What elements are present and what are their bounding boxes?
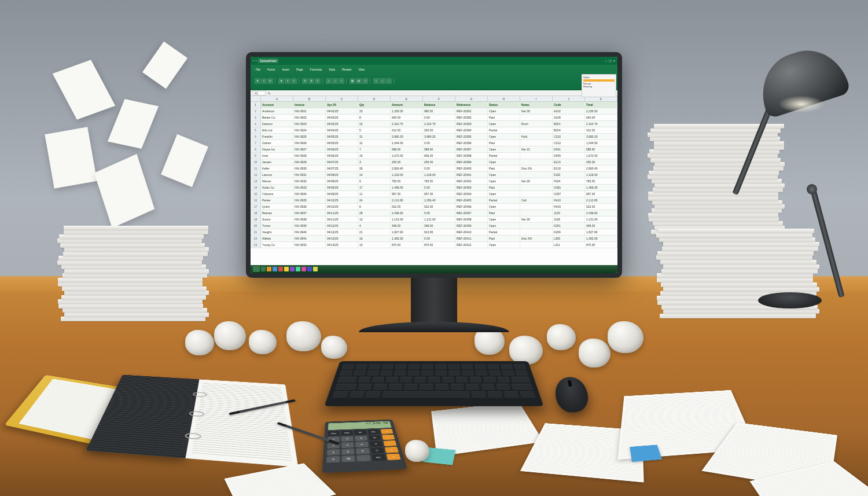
cell[interactable]: 04/13/25: [326, 242, 358, 248]
cell[interactable]: 04/08/25: [326, 172, 358, 178]
cell[interactable]: Amount: [391, 102, 423, 108]
cell[interactable]: 26: [358, 166, 391, 171]
keyboard-key[interactable]: [435, 370, 447, 376]
taskbar-app-icon[interactable]: [284, 267, 289, 271]
cell[interactable]: 588.90: [391, 146, 423, 152]
keyboard-key[interactable]: [367, 370, 380, 376]
keyboard-key[interactable]: [428, 377, 440, 383]
cell[interactable]: 836.00: [423, 153, 455, 159]
keyboard-key[interactable]: [334, 384, 356, 390]
calculator-key[interactable]: M-: [354, 430, 366, 435]
cell[interactable]: INV-3935: [293, 197, 326, 203]
minimize-icon[interactable]: –: [605, 59, 607, 63]
keyboard-key[interactable]: [357, 384, 372, 390]
cell[interactable]: 255.00: [423, 159, 455, 165]
cell[interactable]: 0.00: [423, 166, 455, 171]
cell[interactable]: INV-3928: [293, 153, 326, 159]
cell[interactable]: REF-20391: [455, 108, 488, 114]
cell[interactable]: Anderson: [261, 108, 293, 114]
cell[interactable]: 24: [358, 197, 391, 203]
cell[interactable]: B201: [553, 121, 585, 127]
keyboard-key[interactable]: [519, 391, 536, 398]
taskbar-app-icon[interactable]: [267, 267, 271, 271]
keyboard-key[interactable]: [448, 370, 461, 376]
forward-icon[interactable]: ›: [256, 58, 257, 63]
cell[interactable]: [520, 172, 553, 178]
cell[interactable]: C310: [553, 134, 585, 139]
cell[interactable]: 2,112.80: [585, 197, 617, 203]
keyboard-key[interactable]: [496, 384, 511, 390]
cell[interactable]: REF-20393: [455, 121, 488, 127]
cell[interactable]: 04/10/25: [326, 197, 358, 203]
row-number[interactable]: 7: [251, 140, 261, 146]
maximize-icon[interactable]: ▢: [609, 59, 612, 63]
cell[interactable]: 13: [358, 216, 391, 222]
cell[interactable]: 04/10/25: [326, 204, 358, 210]
cell[interactable]: Irwin: [261, 153, 293, 159]
cell[interactable]: 3: [358, 159, 391, 165]
keyboard-key[interactable]: [388, 384, 403, 390]
cell[interactable]: 04/07/25: [326, 166, 358, 171]
cell[interactable]: Franklin: [261, 134, 293, 139]
cell[interactable]: 640.00: [391, 115, 423, 120]
cell[interactable]: 14: [358, 172, 391, 178]
cell[interactable]: D405: [553, 153, 585, 159]
cell[interactable]: 412.00: [585, 127, 617, 133]
cell[interactable]: 1,392.00: [391, 236, 423, 241]
calculator-key[interactable]: 9: [355, 435, 367, 441]
cell[interactable]: Net 30: [520, 108, 553, 114]
calculator-key[interactable]: 8: [341, 436, 354, 442]
table-row[interactable]: 8Hayes IncINV-392704/06/257588.90588.90R…: [251, 146, 617, 153]
keyboard-key[interactable]: [404, 384, 418, 390]
cell[interactable]: 1,392.00: [585, 236, 617, 241]
row-number[interactable]: 3: [251, 115, 261, 120]
keyboard-key[interactable]: [341, 364, 355, 369]
row-number[interactable]: 6: [251, 134, 261, 139]
calculator-key[interactable]: 3: [356, 448, 369, 454]
keyboard-key[interactable]: [355, 364, 367, 369]
keyboard-key[interactable]: [465, 384, 480, 390]
cell[interactable]: 783.50: [585, 178, 617, 184]
keyboard[interactable]: [324, 361, 543, 406]
row-number[interactable]: 11: [251, 166, 261, 171]
calculator-key[interactable]: AC: [372, 454, 386, 461]
cell[interactable]: INV-3939: [293, 223, 326, 229]
cell-reference[interactable]: A1: [253, 91, 266, 95]
cell[interactable]: Open: [488, 191, 520, 197]
table-row[interactable]: 20TurnerINV-393904/12/254348.00348.00REF…: [251, 223, 617, 229]
cell[interactable]: Open: [488, 159, 520, 165]
cell[interactable]: Total: [585, 102, 617, 108]
toolbar-button[interactable]: -: [386, 78, 392, 84]
cell[interactable]: 31: [358, 134, 391, 139]
cell[interactable]: Paid: [488, 236, 520, 241]
calculator-key[interactable]: 6: [355, 442, 368, 447]
cell[interactable]: 21: [358, 229, 391, 235]
keyboard-key[interactable]: [372, 377, 385, 383]
table-row[interactable]: 9IrwinINV-392804/06/25191,672.00836.00RE…: [251, 153, 617, 159]
calculator[interactable]: 12,548.90 MCMRM-M+÷789%×456±−123C+000.AC…: [322, 420, 407, 473]
calculator-key[interactable]: M+: [367, 429, 380, 435]
cell[interactable]: 04/11/25: [326, 216, 358, 222]
cell[interactable]: REF-20410: [455, 229, 488, 235]
cell[interactable]: E110: [553, 159, 585, 165]
cell[interactable]: 2,310.75: [391, 121, 423, 127]
cell[interactable]: 17: [358, 185, 391, 190]
row-number[interactable]: 17: [251, 204, 261, 210]
cell[interactable]: G307: [553, 191, 585, 197]
table-row[interactable]: 3Barker CoINV-392204/03/258640.000.00REF…: [251, 115, 617, 121]
toolbar-button[interactable]: I: [261, 78, 267, 84]
cell[interactable]: INV-3933: [293, 185, 326, 190]
cell[interactable]: [520, 153, 553, 159]
row-number[interactable]: 15: [251, 191, 261, 197]
toolbar-button[interactable]: ≡: [291, 78, 297, 84]
keyboard-key[interactable]: [487, 391, 503, 398]
keyboard-key[interactable]: [450, 384, 464, 390]
cell[interactable]: Parker: [261, 197, 293, 203]
keyboard-key[interactable]: [340, 370, 353, 376]
calculator-key[interactable]: 0: [326, 456, 340, 463]
cell[interactable]: 1,827.90: [391, 229, 423, 235]
table-row[interactable]: 15OsborneINV-393404/09/2511957.30957.30R…: [251, 191, 617, 197]
cell[interactable]: 7: [358, 146, 391, 152]
cell[interactable]: 348.00: [423, 223, 455, 229]
cell[interactable]: 1,218.00: [585, 172, 617, 178]
